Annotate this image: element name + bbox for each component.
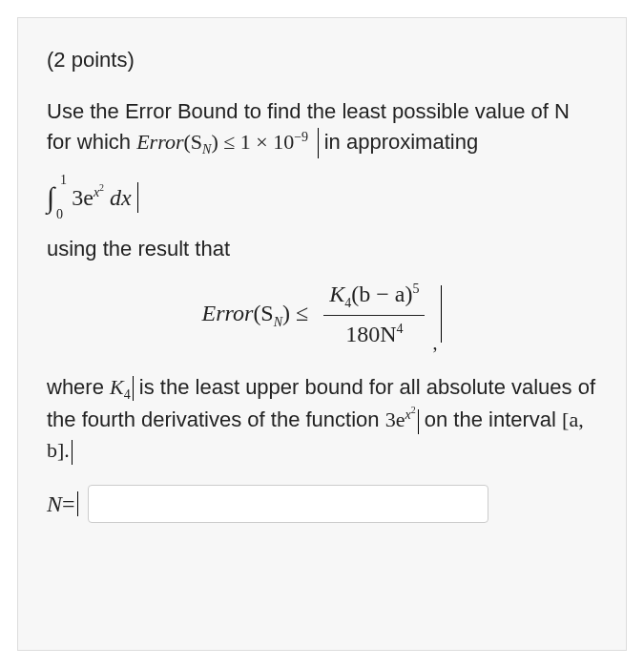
exp-neg9: −9 [294,129,308,143]
edit-cursor-6 [72,440,73,465]
answer-input[interactable] [88,485,488,523]
integral-sign: ∫ 1 0 [47,177,54,219]
error-expr: Error(SN) ≤ 1 × 10−9 [136,130,313,154]
k4-sub: 4 [124,387,131,402]
sn-open: (S [183,130,202,154]
formula-lhs: Error(SN) ≤ [202,297,309,332]
den-sup4: 4 [397,322,404,336]
where-text-3: on the interval [419,407,562,431]
fraction-numerator: K4(b − a)5 [323,278,425,316]
where-text-1: where [47,375,110,399]
fn-coef: 3e [385,407,405,431]
formula-sub-n: N [274,315,282,329]
formula-open: (S [253,301,273,325]
question-intro: Use the Error Bound to find the least po… [47,96,597,160]
integral-exp-2: 2 [99,182,104,193]
den-180n: 180N [345,322,396,346]
where-clause: where K4 is the least upper bound for al… [47,372,597,466]
edit-cursor-7 [77,491,78,516]
sn-sub: N [202,142,211,157]
fraction-denominator: 180N4 [340,316,408,351]
num-k: K [329,282,344,306]
edit-cursor [318,128,319,158]
formula-comma: , [432,329,437,357]
error-bound-formula: Error(SN) ≤ K4(b − a)5 180N4 , [47,278,597,351]
num-paren: (b − a) [351,282,412,306]
points-label: (2 points) [47,45,597,75]
answer-label: N = [47,488,78,521]
formula-close-le: ) ≤ [282,301,308,325]
edit-cursor-3 [441,285,442,343]
integral-expression: ∫ 1 0 3ex2 dx [47,177,597,219]
fn-expx: x [405,407,410,422]
sn-close: ) ≤ 1 × 10 [211,130,294,154]
fn-symbol: 3ex2 [385,407,416,431]
formula-fraction: K4(b − a)5 180N4 [323,278,425,351]
error-word: Error [136,130,183,154]
intro-text-2: in approximating [324,130,478,154]
fn-exp2: 2 [411,405,416,415]
integral-coef: 3e [72,185,93,210]
answer-equals: = [62,488,75,521]
question-card: (2 points) Use the Error Bound to find t… [17,17,627,651]
edit-cursor-2 [137,182,138,213]
answer-n: N [47,488,62,521]
integral-symbol: ∫ [47,181,54,213]
num-sup5: 5 [412,282,419,296]
answer-row: N = [47,485,597,523]
formula-error-word: Error [202,301,254,325]
using-text: using the result that [47,234,597,264]
integral-body: 3ex2 dx [72,181,132,215]
integral-lower: 0 [56,205,63,224]
integral-upper: 1 [60,171,67,190]
integral-dx: dx [104,185,132,210]
k4-symbol: K4 [110,375,131,399]
k4-k: K [110,375,124,399]
